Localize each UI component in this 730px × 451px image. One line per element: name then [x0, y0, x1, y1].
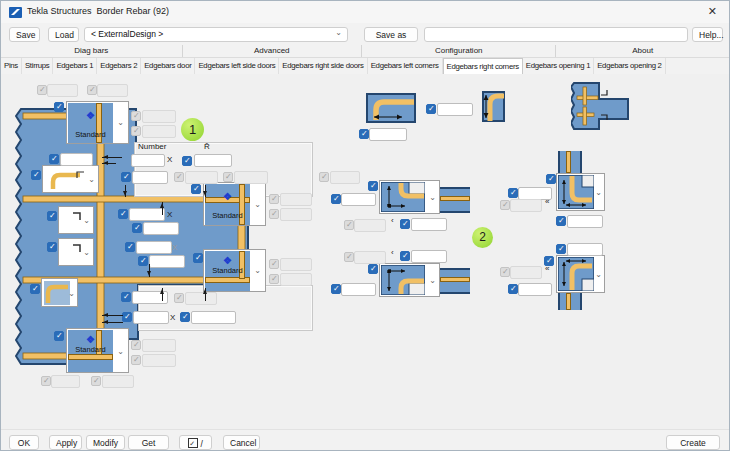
- checkbox[interactable]: [47, 211, 57, 221]
- checkbox[interactable]: [344, 252, 354, 262]
- tab-edgebars-opening-2[interactable]: Edgebars opening 2: [594, 58, 665, 74]
- checkbox[interactable]: [180, 312, 190, 322]
- preset-dropdown[interactable]: < ExternalDesign > ⌄: [84, 27, 348, 42]
- checkbox[interactable]: [174, 293, 184, 303]
- input-field[interactable]: [191, 311, 236, 324]
- checkbox[interactable]: [131, 111, 141, 121]
- load-button[interactable]: Load: [48, 27, 79, 42]
- checkbox[interactable]: [49, 154, 59, 164]
- input-field[interactable]: [185, 292, 217, 305]
- checkbox[interactable]: [138, 256, 148, 266]
- checkbox[interactable]: [31, 170, 41, 180]
- tab-edgebars-right-side-doors[interactable]: Edgebars right side doors: [279, 58, 367, 74]
- checkbox[interactable]: [331, 284, 341, 294]
- checkbox[interactable]: [319, 172, 329, 182]
- create-button[interactable]: Create: [666, 435, 720, 450]
- help-button[interactable]: Help...: [692, 27, 723, 42]
- modify-button[interactable]: Modify: [86, 435, 125, 450]
- input-field[interactable]: [132, 171, 168, 184]
- input-field[interactable]: [341, 283, 376, 296]
- input-field[interactable]: [194, 154, 232, 167]
- checkbox[interactable]: [508, 284, 518, 294]
- input-field[interactable]: [567, 243, 603, 256]
- checkbox[interactable]: [269, 259, 279, 269]
- checkbox[interactable]: [30, 284, 40, 294]
- checkbox[interactable]: [191, 184, 201, 194]
- checkbox[interactable]: [182, 156, 192, 166]
- input-field[interactable]: [411, 218, 447, 231]
- checkbox[interactable]: [269, 194, 279, 204]
- input-field[interactable]: [185, 171, 218, 184]
- checkbox[interactable]: [41, 376, 51, 386]
- checkbox[interactable]: [368, 264, 378, 274]
- save-button[interactable]: Save: [9, 27, 40, 42]
- input-field[interactable]: [142, 354, 176, 367]
- checkbox[interactable]: [131, 340, 141, 350]
- tab-edgebars-right-corners[interactable]: Edgebars right corners: [443, 58, 523, 75]
- checkbox[interactable]: [37, 85, 47, 95]
- checkbox[interactable]: [546, 174, 556, 184]
- checkbox[interactable]: [47, 242, 57, 252]
- input-field[interactable]: [354, 251, 386, 264]
- checkbox[interactable]: [269, 209, 279, 219]
- checkbox[interactable]: [131, 126, 141, 136]
- checkbox[interactable]: [508, 188, 518, 198]
- tab-edgebars-left-corners[interactable]: Edgebars left corners: [368, 58, 443, 74]
- save-as-input[interactable]: [424, 27, 688, 42]
- checkbox[interactable]: [368, 181, 378, 191]
- input-field[interactable]: [143, 222, 179, 235]
- tab-edgebars-opening-1[interactable]: Edgebars opening 1: [523, 58, 594, 74]
- get-button[interactable]: Get: [128, 435, 169, 450]
- input-field[interactable]: [142, 339, 176, 352]
- input-field[interactable]: [369, 128, 407, 141]
- checkbox[interactable]: [131, 355, 141, 365]
- checkbox[interactable]: [556, 216, 566, 226]
- tab-edgebars-1[interactable]: Edgebars 1: [53, 58, 97, 74]
- checkbox[interactable]: [91, 376, 101, 386]
- checkbox[interactable]: [556, 244, 566, 254]
- cancel-button[interactable]: Cancel: [223, 435, 260, 450]
- input-field[interactable]: [51, 375, 80, 388]
- toggle-all-checkboxes-button[interactable]: /: [179, 435, 212, 450]
- checkbox[interactable]: [121, 172, 131, 182]
- checkbox[interactable]: [54, 102, 64, 112]
- input-field[interactable]: [567, 215, 603, 228]
- input-field[interactable]: [510, 199, 542, 212]
- input-field[interactable]: [60, 153, 93, 166]
- checkbox[interactable]: [400, 219, 410, 229]
- apply-button[interactable]: Apply: [49, 435, 82, 450]
- tab-edgebars-door[interactable]: Edgebars door: [141, 58, 195, 74]
- checkbox[interactable]: [400, 251, 410, 261]
- input-field[interactable]: [437, 103, 473, 116]
- input-field[interactable]: [510, 266, 542, 279]
- checkbox[interactable]: [344, 220, 354, 230]
- input-field[interactable]: [131, 154, 165, 167]
- checkbox[interactable]: [359, 129, 369, 139]
- input-field[interactable]: [354, 219, 386, 232]
- tab-edgebars-2[interactable]: Edgebars 2: [97, 58, 141, 74]
- checkbox[interactable]: [500, 200, 510, 210]
- checkbox[interactable]: [122, 312, 132, 322]
- input-field[interactable]: [280, 208, 312, 221]
- input-field[interactable]: [234, 171, 268, 184]
- input-field[interactable]: [102, 375, 134, 388]
- checkbox[interactable]: [118, 209, 128, 219]
- save-as-button[interactable]: Save as: [364, 27, 418, 42]
- input-field[interactable]: [411, 250, 447, 263]
- input-field[interactable]: [136, 241, 172, 254]
- checkbox[interactable]: [54, 331, 64, 341]
- input-field[interactable]: [280, 193, 312, 206]
- input-field[interactable]: [133, 311, 169, 324]
- checkbox[interactable]: [426, 104, 436, 114]
- input-field[interactable]: [149, 255, 185, 268]
- tab-edgebars-left-side-doors[interactable]: Edgebars left side doors: [195, 58, 279, 74]
- checkbox[interactable]: [132, 223, 142, 233]
- checkbox[interactable]: [87, 85, 97, 95]
- input-field[interactable]: [142, 110, 176, 123]
- checkbox[interactable]: [125, 242, 135, 252]
- tab-stirrups[interactable]: Stirrups: [22, 58, 53, 74]
- checkbox[interactable]: [121, 292, 131, 302]
- input-field[interactable]: [97, 84, 128, 97]
- input-field[interactable]: [142, 125, 176, 138]
- checkbox[interactable]: [223, 172, 233, 182]
